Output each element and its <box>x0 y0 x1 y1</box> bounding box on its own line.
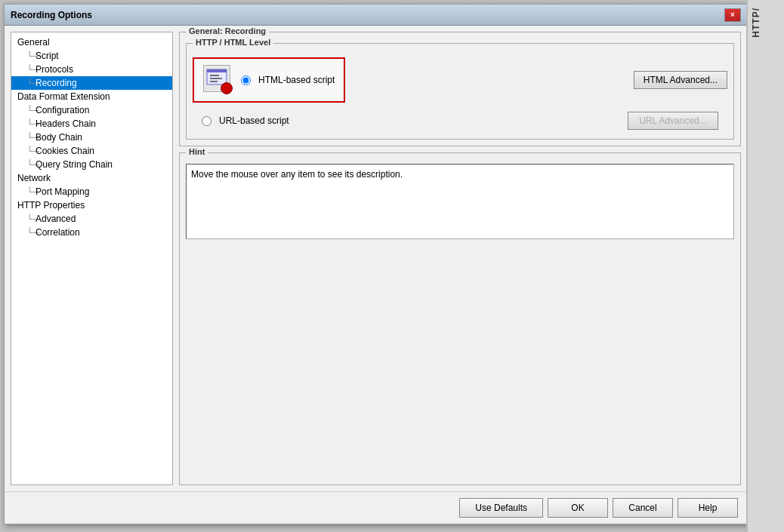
title-bar: Recording Options × <box>5 5 747 26</box>
tree-item-cookies-chain[interactable]: └─Cookies Chain <box>11 144 172 158</box>
tree-item-advanced[interactable]: └─Advanced <box>11 212 172 226</box>
url-advanced-button[interactable]: URL Advanced... <box>628 112 718 130</box>
right-sidebar: HTTP/ <box>746 0 784 532</box>
svg-rect-1 <box>207 69 227 72</box>
group-title: General: Recording <box>186 26 269 35</box>
tree-item-correlation[interactable]: └─Correlation <box>11 226 172 239</box>
help-button[interactable]: Help <box>678 498 738 518</box>
tree-item-general[interactable]: General <box>11 35 172 49</box>
html-based-label: HTML-based script <box>258 75 335 85</box>
window-title: Recording Options <box>11 10 92 20</box>
tree-item-port-mapping[interactable]: └─Port Mapping <box>11 185 172 198</box>
recording-options-window: Recording Options × General └─Script └─P… <box>4 4 748 524</box>
html-based-option-box: HTML-based script <box>193 57 345 103</box>
right-panel: General: Recording HTTP / HTML Level <box>179 32 741 485</box>
close-button[interactable]: × <box>724 8 741 22</box>
cancel-button[interactable]: Cancel <box>613 498 673 518</box>
tree-item-recording[interactable]: └─Recording <box>11 76 172 90</box>
html-advanced-button[interactable]: HTML Advanced... <box>634 71 727 89</box>
tree-panel: General └─Script └─Protocols └─Recording… <box>11 32 173 485</box>
hint-group: Hint Move the mouse over any item to see… <box>179 152 741 485</box>
ok-button[interactable]: OK <box>548 498 608 518</box>
url-based-radio[interactable] <box>202 116 211 126</box>
title-bar-buttons: × <box>724 8 741 22</box>
use-defaults-button[interactable]: Use Defaults <box>459 498 543 518</box>
sidebar-label: HTTP/ <box>748 0 764 45</box>
tree-item-http-properties[interactable]: HTTP Properties <box>11 198 172 212</box>
tree-item-query-string-chain[interactable]: └─Query String Chain <box>11 158 172 171</box>
tree-item-script[interactable]: └─Script <box>11 49 172 63</box>
tree-item-network[interactable]: Network <box>11 171 172 185</box>
url-based-label: URL-based script <box>219 115 289 126</box>
tree-item-configuration[interactable]: └─Configuration <box>11 103 172 117</box>
tree-item-protocols[interactable]: └─Protocols <box>11 63 172 76</box>
hint-text-area: Move the mouse over any item to see its … <box>186 164 734 239</box>
tree-item-headers-chain[interactable]: └─Headers Chain <box>11 117 172 131</box>
hint-text: Move the mouse over any item to see its … <box>191 169 403 180</box>
record-badge <box>221 82 233 94</box>
url-based-option-box: URL-based script <box>202 114 289 128</box>
general-recording-group: General: Recording HTTP / HTML Level <box>179 32 741 146</box>
html-based-radio[interactable] <box>241 75 251 85</box>
html-script-icon <box>203 65 233 95</box>
tree-item-body-chain[interactable]: └─Body Chain <box>11 131 172 144</box>
tree-item-data-format[interactable]: Data Format Extension <box>11 90 172 103</box>
dialog-body: General └─Script └─Protocols └─Recording… <box>5 26 747 524</box>
http-level-title: HTTP / HTML Level <box>193 38 273 47</box>
dialog-footer: Use Defaults OK Cancel Help <box>5 491 747 524</box>
http-level-group: HTTP / HTML Level <box>186 43 734 140</box>
dialog-content: General └─Script └─Protocols └─Recording… <box>5 26 747 491</box>
hint-title: Hint <box>186 147 208 156</box>
icon-base <box>203 65 230 92</box>
